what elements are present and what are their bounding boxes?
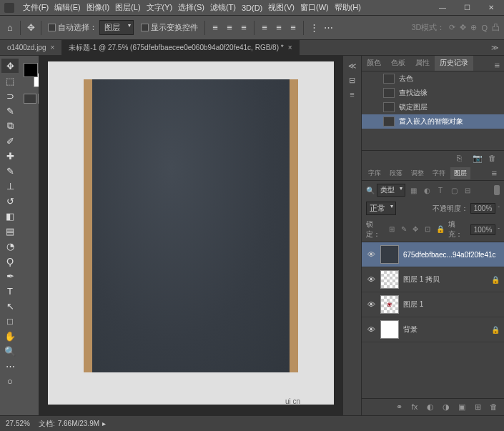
lock-artboard-icon[interactable]: ⊡ [425, 225, 435, 234]
strip-expand-icon[interactable]: ≪ [346, 60, 359, 71]
marquee-tool[interactable]: ⬚ [1, 74, 19, 88]
path-select-tool[interactable]: ↖ [1, 299, 19, 313]
tab-history[interactable]: 历史记录 [435, 56, 473, 71]
trash-icon[interactable]: 🗑 [488, 154, 498, 164]
history-item[interactable]: 锁定图层 [362, 100, 504, 114]
layer-name[interactable]: 675dfebfbaec...94a0f20fe41c [403, 251, 500, 259]
visibility-icon[interactable]: 👁 [366, 300, 376, 309]
ellipse-tool[interactable]: ○ [1, 374, 19, 388]
filter-adjust-icon[interactable]: ◐ [421, 185, 433, 195]
visibility-icon[interactable]: 👁 [366, 325, 376, 334]
layer-thumbnail[interactable]: ❀ [380, 295, 399, 314]
eraser-tool[interactable]: ◧ [1, 209, 19, 223]
lock-pixels-icon[interactable]: ✎ [401, 225, 411, 234]
tab-layers[interactable]: 图层 [450, 167, 470, 179]
menu-filter[interactable]: 滤镜(T) [207, 2, 239, 13]
camera-icon[interactable]: 📷 [473, 154, 483, 164]
tab-glyphs[interactable]: 字库 [365, 167, 385, 179]
layer-name[interactable]: 图层 1 拷贝 [403, 274, 487, 284]
tab-paragraph[interactable]: 段落 [386, 167, 406, 179]
edit-toolbar[interactable]: ⋯ [1, 359, 19, 373]
blend-mode-dropdown[interactable]: 正常 [366, 202, 396, 215]
standard-mode[interactable] [24, 94, 36, 104]
type-tool[interactable]: T [1, 284, 19, 298]
panel-menu-icon[interactable]: ≡ [487, 168, 501, 179]
link-layers-icon[interactable]: ⚭ [394, 402, 404, 412]
layer-mask-icon[interactable]: ◐ [425, 402, 435, 412]
show-transform-checkbox[interactable] [141, 24, 149, 31]
history-brush-tool[interactable]: ↺ [1, 194, 19, 208]
lock-transparent-icon[interactable]: ⊞ [389, 225, 399, 234]
align-left-icon[interactable]: ≡ [209, 22, 221, 34]
zoom-level[interactable]: 27.52% [6, 420, 30, 427]
menu-image[interactable]: 图像(I) [84, 2, 112, 13]
maximize-button[interactable]: ☐ [458, 3, 475, 13]
hand-tool[interactable]: ✋ [1, 329, 19, 343]
stamp-tool[interactable]: ⊥ [1, 179, 19, 193]
dodge-tool[interactable]: Ϙ [1, 254, 19, 268]
align-top-icon[interactable]: ≡ [259, 22, 270, 34]
new-layer-icon[interactable]: ⊞ [473, 402, 483, 412]
align-right-icon[interactable]: ≡ [238, 22, 249, 34]
history-item[interactable]: 置入嵌入的智能对象 [362, 114, 504, 129]
doc-tab-1[interactable]: o1400zd.jpg × [0, 41, 61, 54]
zoom-tool[interactable]: 🔍 [1, 344, 19, 358]
filter-shape-icon[interactable]: ▢ [448, 185, 460, 195]
zoom-icon[interactable]: ⊕ [470, 23, 477, 32]
menu-type[interactable]: 文字(Y) [144, 2, 176, 13]
history-item[interactable]: 查找边缘 [362, 86, 504, 100]
layer-row[interactable]: 👁 图层 1 拷贝 🔒 [362, 267, 504, 292]
adjustment-layer-icon[interactable]: ◑ [441, 402, 451, 412]
move-tool-icon[interactable]: ✥ [25, 22, 36, 34]
healing-tool[interactable]: ✚ [1, 149, 19, 163]
filter-kind-dropdown[interactable]: 类型 [377, 184, 405, 197]
filter-pixel-icon[interactable]: ▦ [407, 185, 419, 195]
layer-name[interactable]: 图层 1 [403, 299, 500, 309]
layer-thumbnail[interactable] [380, 245, 399, 264]
quick-select-tool[interactable]: ✎ [1, 104, 19, 118]
canvas-document[interactable] [48, 61, 334, 405]
align-bottom-icon[interactable]: ≡ [287, 22, 299, 34]
history-item[interactable]: 去色 [362, 71, 504, 86]
eyedropper-tool[interactable]: ✐ [1, 134, 19, 148]
layer-fx-icon[interactable]: fx [410, 402, 420, 412]
blur-tool[interactable]: ◔ [1, 239, 19, 253]
new-snapshot-icon[interactable]: ⎘ [457, 154, 467, 164]
home-icon[interactable]: ⌂ [4, 22, 16, 34]
menu-layer[interactable]: 图层(L) [112, 2, 143, 13]
more-options-icon[interactable]: ⋯ [322, 22, 334, 34]
filter-smart-icon[interactable]: ⊟ [462, 185, 473, 195]
menu-edit[interactable]: 编辑(E) [51, 2, 84, 13]
layer-row[interactable]: 👁 背景 🔒 [362, 317, 504, 342]
layer-thumbnail[interactable] [380, 320, 399, 339]
menu-window[interactable]: 窗口(W) [297, 2, 332, 13]
canvas-area[interactable]: ui cn [39, 56, 343, 415]
shape-tool[interactable]: □ [1, 314, 19, 328]
tab-adjustments[interactable]: 调整 [407, 167, 428, 179]
tab-overflow-icon[interactable]: ≫ [485, 44, 504, 51]
foreground-color[interactable] [24, 63, 38, 77]
opacity-value[interactable]: 100% [470, 203, 496, 214]
brush-tool[interactable]: ✎ [1, 164, 19, 178]
share-icon[interactable]: 凸 [492, 22, 500, 33]
menu-file[interactable]: 文件(F) [20, 2, 51, 13]
align-middle-icon[interactable]: ≡ [273, 22, 285, 34]
filter-type-icon[interactable]: T [435, 185, 446, 195]
tab-color[interactable]: 颜色 [362, 56, 386, 71]
align-center-icon[interactable]: ≡ [224, 22, 235, 34]
auto-select-checkbox[interactable] [48, 24, 56, 31]
fill-value[interactable]: 100% [470, 224, 496, 235]
strip-icon-2[interactable]: ≡ [346, 89, 359, 100]
minimize-button[interactable]: — [434, 3, 451, 13]
status-chevron-icon[interactable]: ▸ [102, 420, 106, 427]
layer-row[interactable]: 👁 675dfebfbaec...94a0f20fe41c [362, 242, 504, 267]
pan-icon[interactable]: ✥ [460, 23, 466, 32]
search-icon[interactable]: Q [481, 24, 488, 32]
gradient-tool[interactable]: ▤ [1, 224, 19, 238]
filter-search-icon[interactable]: 🔍 [366, 187, 375, 194]
close-icon[interactable]: × [288, 44, 292, 51]
close-icon[interactable]: × [51, 44, 55, 51]
tab-swatch[interactable]: 色板 [386, 56, 410, 71]
delete-layer-icon[interactable]: 🗑 [488, 402, 498, 412]
layer-name[interactable]: 背景 [403, 325, 487, 335]
